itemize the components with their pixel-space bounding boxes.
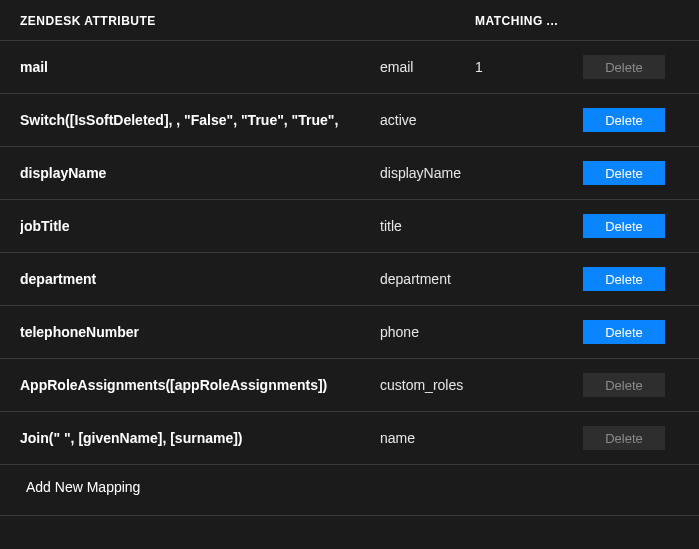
target-attribute-cell: name: [380, 430, 475, 446]
table-row[interactable]: Switch([IsSoftDeleted], , "False", "True…: [0, 93, 699, 146]
delete-button[interactable]: Delete: [583, 214, 665, 238]
delete-button: Delete: [583, 426, 665, 450]
source-attribute-cell: Join(" ", [givenName], [surname]): [20, 430, 380, 446]
action-cell: Delete: [575, 426, 665, 450]
header-zendesk-attribute: ZENDESK ATTRIBUTE: [20, 14, 380, 28]
target-attribute-cell: custom_roles: [380, 377, 475, 393]
source-attribute-cell: mail: [20, 59, 380, 75]
header-matching: MATCHING ...: [475, 14, 575, 28]
action-cell: Delete: [575, 320, 665, 344]
target-attribute-cell: department: [380, 271, 475, 287]
target-attribute-cell: displayName: [380, 165, 475, 181]
source-attribute-cell: displayName: [20, 165, 380, 181]
advanced-options-row: Show advanced options: [0, 516, 699, 549]
action-cell: Delete: [575, 214, 665, 238]
delete-button[interactable]: Delete: [583, 108, 665, 132]
mapping-table: ZENDESK ATTRIBUTE MATCHING ... mailemail…: [0, 0, 699, 516]
delete-button: Delete: [583, 55, 665, 79]
delete-button: Delete: [583, 373, 665, 397]
table-row[interactable]: mailemail1Delete: [0, 40, 699, 93]
source-attribute-cell: telephoneNumber: [20, 324, 380, 340]
table-row[interactable]: Join(" ", [givenName], [surname])nameDel…: [0, 411, 699, 464]
source-attribute-cell: AppRoleAssignments([appRoleAssignments]): [20, 377, 380, 393]
action-cell: Delete: [575, 161, 665, 185]
table-header: ZENDESK ATTRIBUTE MATCHING ...: [0, 0, 699, 40]
action-cell: Delete: [575, 373, 665, 397]
table-row[interactable]: displayNamedisplayNameDelete: [0, 146, 699, 199]
target-attribute-cell: title: [380, 218, 475, 234]
target-attribute-cell: active: [380, 112, 475, 128]
action-cell: Delete: [575, 55, 665, 79]
source-attribute-cell: Switch([IsSoftDeleted], , "False", "True…: [20, 112, 380, 128]
table-row[interactable]: jobTitletitleDelete: [0, 199, 699, 252]
action-cell: Delete: [575, 108, 665, 132]
add-new-mapping-link[interactable]: Add New Mapping: [0, 464, 699, 516]
matching-cell: 1: [475, 59, 575, 75]
action-cell: Delete: [575, 267, 665, 291]
source-attribute-cell: department: [20, 271, 380, 287]
target-attribute-cell: email: [380, 59, 475, 75]
delete-button[interactable]: Delete: [583, 320, 665, 344]
delete-button[interactable]: Delete: [583, 267, 665, 291]
table-body: mailemail1DeleteSwitch([IsSoftDeleted], …: [0, 40, 699, 464]
attribute-mapping-panel: ZENDESK ATTRIBUTE MATCHING ... mailemail…: [0, 0, 699, 549]
source-attribute-cell: jobTitle: [20, 218, 380, 234]
table-row[interactable]: telephoneNumberphoneDelete: [0, 305, 699, 358]
table-row[interactable]: departmentdepartmentDelete: [0, 252, 699, 305]
table-row[interactable]: AppRoleAssignments([appRoleAssignments])…: [0, 358, 699, 411]
target-attribute-cell: phone: [380, 324, 475, 340]
delete-button[interactable]: Delete: [583, 161, 665, 185]
